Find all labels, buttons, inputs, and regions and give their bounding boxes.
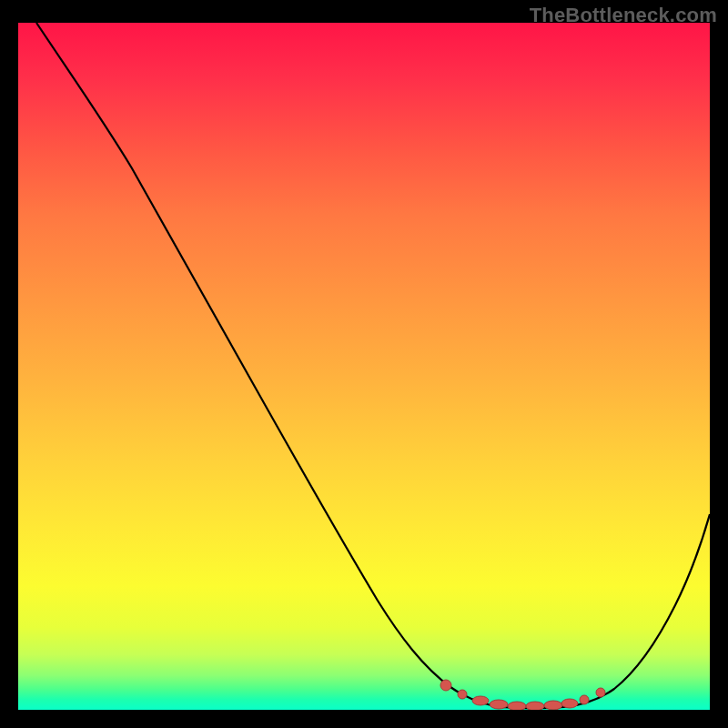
dot bbox=[526, 702, 544, 710]
dot bbox=[440, 680, 451, 691]
dot bbox=[472, 696, 489, 705]
chart-canvas: TheBottleneck.com bbox=[0, 0, 728, 728]
watermark-label: TheBottleneck.com bbox=[530, 4, 717, 27]
chart-overlay bbox=[18, 23, 710, 710]
dot bbox=[490, 700, 508, 709]
plot-area bbox=[18, 23, 710, 710]
dot bbox=[580, 695, 589, 704]
bottleneck-curve bbox=[36, 23, 710, 709]
dot bbox=[561, 699, 578, 708]
dot bbox=[508, 702, 526, 710]
dot bbox=[596, 688, 605, 697]
dot bbox=[458, 690, 467, 699]
dot bbox=[544, 701, 562, 710]
